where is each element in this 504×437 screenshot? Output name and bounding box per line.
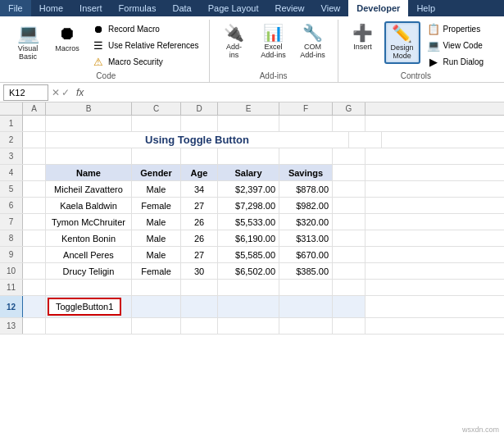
cell-f10[interactable]: $385.00 [279, 263, 333, 279]
cell-f9[interactable]: $670.00 [279, 247, 333, 262]
cell-g3[interactable] [333, 148, 366, 164]
cell-b1[interactable] [46, 116, 132, 131]
cell-g13[interactable] [333, 318, 366, 334]
cell-e12[interactable] [218, 296, 279, 317]
cell-g8[interactable] [333, 230, 366, 246]
tab-review[interactable]: Review [266, 0, 312, 16]
cell-c9[interactable]: Male [132, 247, 181, 262]
cell-b7[interactable]: Tymon McChruiter [46, 214, 132, 230]
formula-confirm-icon[interactable]: ✓ [61, 87, 70, 98]
cell-d6[interactable]: 27 [181, 198, 218, 213]
cell-c6[interactable]: Female [132, 198, 181, 213]
cell-g9[interactable] [333, 247, 366, 262]
tab-formulas[interactable]: Formulas [111, 0, 165, 16]
cell-b11[interactable] [46, 280, 132, 295]
tab-pagelayout[interactable]: Page Layout [200, 0, 267, 16]
cell-e7[interactable]: $5,533.00 [218, 214, 279, 230]
cell-g11[interactable] [333, 280, 366, 295]
cell-a1[interactable] [23, 116, 46, 131]
cell-a3[interactable] [23, 148, 46, 164]
cell-c1[interactable] [132, 116, 181, 131]
tab-view[interactable]: View [313, 0, 349, 16]
cell-e3[interactable] [218, 148, 279, 164]
cell-a10[interactable] [23, 263, 46, 279]
add-ins-btn[interactable]: 🔌 Add-ins [216, 21, 252, 62]
cell-a11[interactable] [23, 280, 46, 295]
cell-b8[interactable]: Kenton Bonin [46, 230, 132, 246]
excel-add-ins-btn[interactable]: 📊 ExcelAdd-ins [256, 21, 292, 62]
cell-f12[interactable] [279, 296, 333, 317]
cell-d11[interactable] [181, 280, 218, 295]
col-header-b[interactable]: B [46, 102, 132, 115]
col-header-f[interactable]: F [279, 102, 333, 115]
cell-g7[interactable] [333, 214, 366, 230]
run-dialog-btn[interactable]: ▶ Run Dialog [424, 54, 487, 70]
cell-b4-header[interactable]: Name [46, 165, 132, 180]
tab-data[interactable]: Data [164, 0, 199, 16]
macro-security-btn[interactable]: ⚠ Macro Security [89, 54, 202, 70]
cell-f5[interactable]: $878.00 [279, 181, 333, 197]
cell-a4[interactable] [23, 165, 46, 180]
cell-d10[interactable]: 30 [181, 263, 218, 279]
cell-e13[interactable] [218, 318, 279, 334]
cell-d7[interactable]: 26 [181, 214, 218, 230]
cell-d4-header[interactable]: Age [181, 165, 218, 180]
cell-reference[interactable]: K12 [3, 84, 48, 101]
cell-c8[interactable]: Male [132, 230, 181, 246]
relative-refs-btn[interactable]: ☰ Use Relative References [89, 38, 202, 53]
formula-cancel-icon[interactable]: ✕ [52, 87, 60, 98]
cell-b12-toggle[interactable]: ToggleButton1 [46, 296, 132, 317]
cell-d9[interactable]: 27 [181, 247, 218, 262]
com-add-ins-btn[interactable]: 🔧 COMAdd-ins [295, 21, 331, 62]
design-mode-btn[interactable]: ✏️ DesignMode [384, 21, 420, 64]
cell-e9[interactable]: $5,585.00 [218, 247, 279, 262]
cell-a13[interactable] [23, 318, 46, 334]
cell-f8[interactable]: $313.00 [279, 230, 333, 246]
cell-b5[interactable]: Micheil Zavattero [46, 181, 132, 197]
cell-e11[interactable] [218, 280, 279, 295]
cell-a5[interactable] [23, 181, 46, 197]
cell-e10[interactable]: $6,502.00 [218, 263, 279, 279]
cell-f1[interactable] [279, 116, 333, 131]
cell-f6[interactable]: $982.00 [279, 198, 333, 213]
cell-c7[interactable]: Male [132, 214, 181, 230]
cell-a12[interactable] [23, 296, 46, 317]
cell-a8[interactable] [23, 230, 46, 246]
visual-basic-btn[interactable]: 💻 VisualBasic [10, 21, 46, 64]
toggle-button[interactable]: ToggleButton1 [48, 298, 121, 316]
cell-b9[interactable]: Ancell Peres [46, 247, 132, 262]
cell-g5[interactable] [333, 181, 366, 197]
cell-d3[interactable] [181, 148, 218, 164]
cell-f13[interactable] [279, 318, 333, 334]
cell-e8[interactable]: $6,190.00 [218, 230, 279, 246]
cell-b2-title[interactable]: Using Toggle Button [46, 132, 349, 148]
formula-input[interactable] [87, 88, 501, 98]
cell-d12[interactable] [181, 296, 218, 317]
cell-c10[interactable]: Female [132, 263, 181, 279]
cell-a6[interactable] [23, 198, 46, 213]
properties-btn[interactable]: 📋 Properties [424, 21, 487, 37]
cell-d5[interactable]: 34 [181, 181, 218, 197]
tab-help[interactable]: Help [408, 0, 443, 16]
view-code-btn[interactable]: 💻 View Code [424, 38, 487, 53]
macros-btn[interactable]: ⏺ Macros [49, 21, 85, 56]
tab-insert[interactable]: Insert [71, 0, 111, 16]
cell-c5[interactable]: Male [132, 181, 181, 197]
tab-developer[interactable]: Developer [348, 0, 408, 16]
cell-f4-header[interactable]: Savings [279, 165, 333, 180]
cell-a7[interactable] [23, 214, 46, 230]
cell-g6[interactable] [333, 198, 366, 213]
cell-e1[interactable] [218, 116, 279, 131]
tab-home[interactable]: Home [31, 0, 71, 16]
insert-controls-btn[interactable]: ➕ Insert [345, 21, 381, 54]
cell-g12[interactable] [333, 296, 366, 317]
col-header-e[interactable]: E [218, 102, 279, 115]
cell-c11[interactable] [132, 280, 181, 295]
cell-d13[interactable] [181, 318, 218, 334]
col-header-d[interactable]: D [181, 102, 218, 115]
cell-f7[interactable]: $320.00 [279, 214, 333, 230]
cell-f3[interactable] [279, 148, 333, 164]
cell-c13[interactable] [132, 318, 181, 334]
cell-g1[interactable] [333, 116, 366, 131]
cell-b13[interactable] [46, 318, 132, 334]
